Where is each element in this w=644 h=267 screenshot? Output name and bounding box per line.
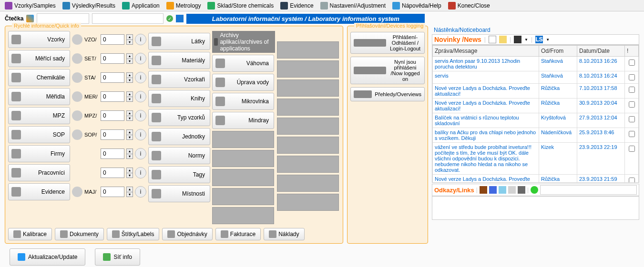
new-note-icon[interactable] xyxy=(489,36,496,43)
link-icon-1[interactable] xyxy=(480,186,487,194)
info-icon[interactable]: i xyxy=(135,148,146,159)
news-check[interactable] xyxy=(625,71,639,84)
qi-spin-buttons[interactable]: ▲▼ xyxy=(126,148,133,159)
qi-spin-buttons[interactable]: ▲▼ xyxy=(126,129,133,140)
qi-btn-vzorky[interactable]: Vzorky xyxy=(8,31,70,48)
qi-bottom-kalibrace[interactable]: Kalibrace xyxy=(8,228,52,240)
link-icon-5[interactable] xyxy=(518,186,525,194)
qi-spin-input[interactable] xyxy=(101,91,124,102)
toolbar-item-7[interactable]: Nápověda/Help xyxy=(389,1,444,10)
news-check[interactable] xyxy=(625,84,639,99)
link-icon-2[interactable] xyxy=(489,186,497,194)
qi-spin-input[interactable] xyxy=(101,53,124,64)
qi-spin-input[interactable] xyxy=(101,110,124,121)
news-checkbox[interactable] xyxy=(629,101,635,108)
qi-btn-jednotky[interactable]: Jednotky xyxy=(148,128,210,145)
col-date[interactable]: Datum/Date xyxy=(577,46,625,57)
qi-btn-místnosti[interactable]: Místnosti xyxy=(148,185,210,202)
qi-bottom-fakturace[interactable]: Fakturace xyxy=(215,228,261,240)
news-checkbox[interactable] xyxy=(629,87,635,93)
qi-spin-buttons[interactable]: ▲▼ xyxy=(126,72,133,83)
qi-btn-sop[interactable]: SOP xyxy=(8,126,70,143)
info-icon[interactable]: i xyxy=(135,129,146,140)
qi-spin-buttons[interactable]: ▲▼ xyxy=(126,34,133,45)
news-check[interactable] xyxy=(625,175,639,183)
reader-input-2[interactable] xyxy=(92,13,164,24)
qi-spin-input[interactable] xyxy=(101,34,124,45)
qi-btn-látky[interactable]: Látky xyxy=(148,33,210,50)
qi-bottom-štítky/labels[interactable]: Štítky/Labels xyxy=(107,228,160,240)
news-row[interactable]: servisStaňková8.10.2013 16:24 xyxy=(433,71,639,84)
col-from[interactable]: Od/From xyxy=(539,46,577,57)
qi-btn-mpz[interactable]: MPZ xyxy=(8,107,70,124)
qi-btn-typ vzorků[interactable]: Typ vzorků xyxy=(148,109,210,126)
user-icon[interactable] xyxy=(499,36,507,43)
info-icon[interactable]: i xyxy=(135,53,146,64)
qi-btn-firmy[interactable]: Firmy xyxy=(8,145,70,162)
confirm-icon[interactable]: ✓ xyxy=(166,15,173,22)
qi-spin-buttons[interactable]: ▲▼ xyxy=(126,53,133,64)
news-checkbox[interactable] xyxy=(629,59,635,66)
qi-spin-buttons[interactable]: ▲▼ xyxy=(126,110,133,121)
qi-spin-input[interactable] xyxy=(101,129,124,140)
qi-spin-buttons[interactable]: ▲▼ xyxy=(126,91,133,102)
info-icon[interactable]: i xyxy=(135,34,146,45)
news-check[interactable] xyxy=(625,99,639,113)
info-icon[interactable]: i xyxy=(135,91,146,102)
qi-btn-knihy[interactable]: Knihy xyxy=(148,90,210,107)
news-check[interactable] xyxy=(625,143,639,175)
info-icon[interactable]: i xyxy=(135,72,146,83)
news-checkbox[interactable] xyxy=(629,131,635,137)
ls-icon[interactable]: LS xyxy=(535,36,543,43)
qi-btn-materiály[interactable]: Materiály xyxy=(148,52,210,69)
news-check[interactable] xyxy=(625,113,639,128)
globe-icon[interactable] xyxy=(531,186,538,194)
now-logged-button[interactable]: Nyní jsou přihlášeni /Now logged on xyxy=(350,57,425,84)
filter-icon[interactable] xyxy=(514,36,521,43)
toolbar-item-3[interactable]: Metrology xyxy=(164,1,204,10)
qi-spin-input[interactable] xyxy=(101,168,124,178)
news-row[interactable]: Nové verze Ladys a Docházka. Proveďte ak… xyxy=(433,175,639,183)
link-icon-4[interactable] xyxy=(508,186,516,194)
news-checkbox[interactable] xyxy=(629,116,635,122)
toolbar-item-0[interactable]: Vzorky/Samples xyxy=(2,1,59,10)
qi-btn-normy[interactable]: Normy xyxy=(148,147,210,164)
link-icon-3[interactable] xyxy=(499,186,506,194)
qi-spin-input[interactable] xyxy=(101,148,124,159)
qi-btn-váhovna[interactable]: Váhovna xyxy=(212,55,274,72)
toolbar-item-4[interactable]: Sklad/Store chemicals xyxy=(204,1,276,10)
news-table-wrap[interactable]: Zpráva/Message Od/From Datum/Date ! serv… xyxy=(432,45,639,183)
col-message[interactable]: Zpráva/Message xyxy=(433,46,539,57)
login-logout-button[interactable]: Přihlášení-Odhlášení / Login-Logout xyxy=(350,32,425,54)
qi-btn-pracovníci[interactable]: Pracovníci xyxy=(8,164,70,181)
news-row[interactable]: Nové verze Ladys a Docházka. Proveďte ak… xyxy=(433,84,639,99)
news-row[interactable]: servis Anton paar 9.10.2013 12hodin poru… xyxy=(433,57,639,71)
qi-btn-mindray[interactable]: Mindray xyxy=(212,112,274,129)
news-checkbox[interactable] xyxy=(629,146,635,152)
qi-btn-tagy[interactable]: Tagy xyxy=(148,166,210,183)
qi-spin-input[interactable] xyxy=(101,72,124,83)
news-row[interactable]: vážení ve středu bude probíhat invetura!… xyxy=(433,143,639,175)
news-check[interactable] xyxy=(625,57,639,71)
blue-square-icon[interactable] xyxy=(176,15,184,22)
overviews-button[interactable]: Přehledy/Overviews xyxy=(350,87,425,101)
info-icon[interactable]: i xyxy=(135,167,146,178)
news-check[interactable] xyxy=(625,128,639,143)
qi-btn-měřící sady[interactable]: Měřící sady xyxy=(8,50,70,67)
qi-btn-vzorkaři[interactable]: Vzorkaři xyxy=(148,71,210,88)
news-row[interactable]: Balíček na vrátnici s různou teplotou sk… xyxy=(433,113,639,128)
qi-btn-úprava vody[interactable]: Úprava vody xyxy=(212,74,274,91)
qi-bottom-objednávky[interactable]: Objednávky xyxy=(162,228,212,240)
qi-btn-chemikálie[interactable]: Chemikálie xyxy=(8,69,70,86)
qi-btn-mikrovlnka[interactable]: Mikrovlnka xyxy=(212,93,274,110)
qi-btn-měřidla[interactable]: Měřidla xyxy=(8,88,70,105)
qi-bottom-dokumenty[interactable]: Dokumenty xyxy=(55,228,104,240)
toolbar-item-1[interactable]: Výsledky/Results xyxy=(60,1,118,10)
toolbar-item-8[interactable]: Konec/Close xyxy=(445,1,493,10)
reader-input-1[interactable] xyxy=(37,13,89,24)
toolbar-item-6[interactable]: Nastavení/Adjustment xyxy=(317,1,388,10)
info-icon[interactable]: i xyxy=(135,186,146,198)
news-row[interactable]: Nové verze Ladys a Docházka. Proveďte ak… xyxy=(433,99,639,113)
qi-spin-buttons[interactable]: ▲▼ xyxy=(126,187,133,197)
qi-btn-evidence[interactable]: Evidence xyxy=(8,183,70,200)
